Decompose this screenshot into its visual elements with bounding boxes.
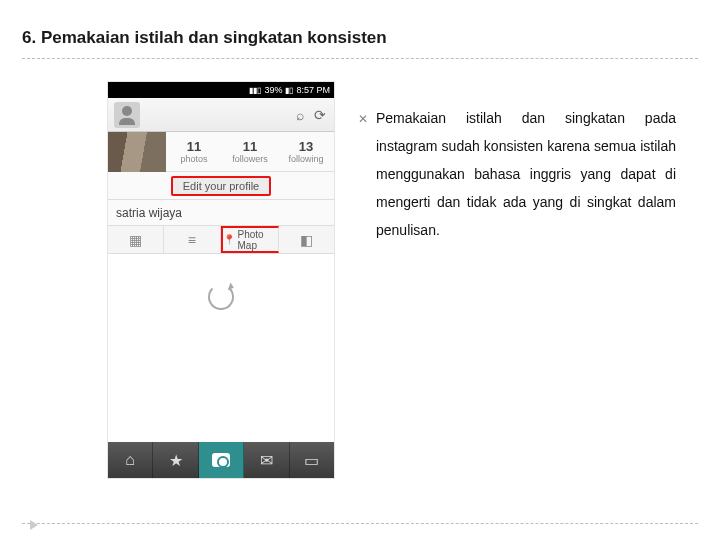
nav-camera[interactable] — [199, 442, 244, 478]
bullet-icon: ✕ — [358, 107, 368, 131]
signal-icon: ▮▮▯ — [249, 86, 261, 95]
body-text: Pemakaian istilah dan singkatan pada ins… — [376, 110, 676, 238]
battery-icon: ▮▯ — [285, 86, 293, 95]
tab-photo-map[interactable]: 📍 Photo Map — [221, 226, 279, 253]
stat-photos[interactable]: 11 photos — [166, 132, 222, 171]
tab-photo-map-label: Photo Map — [238, 229, 278, 251]
nav-home[interactable]: ⌂ — [108, 442, 153, 478]
body-paragraph: ✕ Pemakaian istilah dan singkatan pada i… — [376, 104, 676, 244]
stat-following[interactable]: 13 following — [278, 132, 334, 171]
app-topbar: ⌕ ⟳ — [108, 98, 334, 132]
battery-percent: 39% — [264, 85, 282, 95]
page-title: 6. Pemakaian istilah dan singkatan konsi… — [22, 28, 387, 48]
corner-arrow-icon — [30, 520, 38, 530]
edit-profile-button[interactable]: Edit your profile — [171, 176, 271, 196]
tab-list[interactable]: ≡ — [164, 226, 220, 253]
profile-icon[interactable] — [114, 102, 140, 128]
app-bottombar: ⌂ ★ ✉ ▭ — [108, 442, 334, 478]
search-icon[interactable]: ⌕ — [296, 107, 304, 123]
reload-icon[interactable] — [208, 284, 234, 310]
nav-profile[interactable]: ▭ — [290, 442, 334, 478]
status-bar: ▮▮▯ 39% ▮▯ 8:57 PM — [108, 82, 334, 98]
divider-top — [22, 58, 698, 59]
edit-profile-row: Edit your profile — [108, 172, 334, 200]
phone-screenshot: ▮▮▯ 39% ▮▯ 8:57 PM ⌕ ⟳ 11 photos 11 foll… — [108, 82, 334, 478]
camera-icon — [212, 453, 230, 467]
pin-icon: 📍 — [223, 234, 235, 245]
nav-explore[interactable]: ★ — [153, 442, 198, 478]
divider-bottom — [22, 523, 698, 524]
nav-activity[interactable]: ✉ — [244, 442, 289, 478]
stat-followers[interactable]: 11 followers — [222, 132, 278, 171]
profile-tabs: ▦ ≡ 📍 Photo Map ◧ — [108, 226, 334, 254]
username-label: satria wijaya — [108, 200, 334, 226]
avatar[interactable] — [108, 132, 166, 172]
profile-content — [108, 254, 334, 442]
tab-grid[interactable]: ▦ — [108, 226, 164, 253]
tab-tagged[interactable]: ◧ — [279, 226, 334, 253]
refresh-icon[interactable]: ⟳ — [314, 107, 326, 123]
clock: 8:57 PM — [296, 85, 330, 95]
profile-stats: 11 photos 11 followers 13 following — [108, 132, 334, 172]
